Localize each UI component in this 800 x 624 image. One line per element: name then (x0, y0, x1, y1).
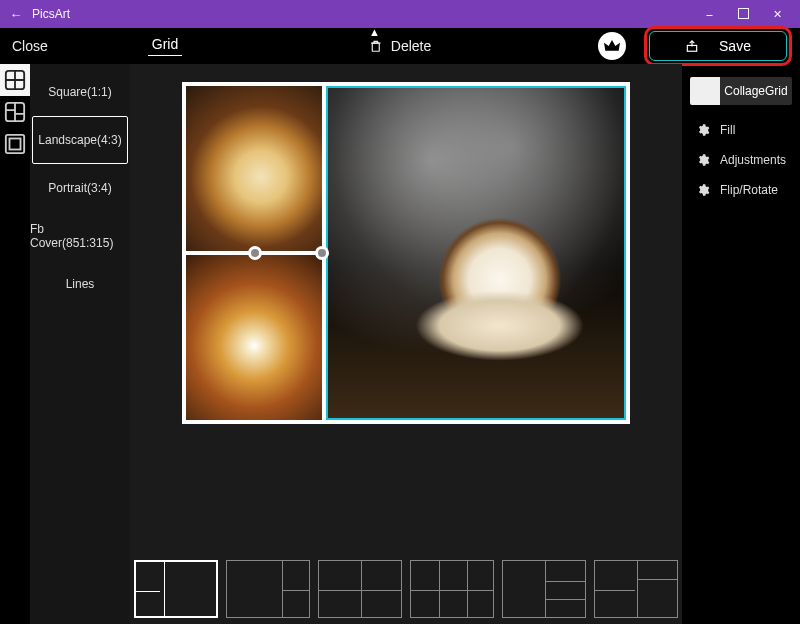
option-label: Flip/Rotate (720, 183, 778, 197)
svg-rect-0 (372, 43, 379, 51)
ratio-portrait[interactable]: Portrait(3:4) (30, 164, 130, 212)
rail-layout-grid[interactable] (0, 64, 30, 96)
back-icon[interactable]: ← (6, 7, 26, 22)
ratio-square[interactable]: Square(1:1) (30, 68, 130, 116)
layout-thumb-2[interactable] (226, 560, 310, 618)
save-highlight: Save (644, 26, 792, 66)
ratio-label: Lines (66, 277, 95, 291)
gear-icon (696, 183, 710, 197)
cursor-icon: ▲ (369, 26, 380, 38)
save-label: Save (719, 38, 751, 54)
ratio-lines[interactable]: Lines (30, 260, 130, 308)
ratio-list: Square(1:1) Landscape(4:3) Portrait(3:4)… (30, 64, 130, 624)
ratio-landscape[interactable]: Landscape(4:3) (32, 116, 128, 164)
divider-handle-vertical[interactable] (248, 246, 262, 260)
trash-icon (369, 38, 383, 54)
chip-swatch (690, 77, 720, 105)
layout-thumb-5[interactable] (502, 560, 586, 618)
layout-frame-icon (4, 133, 26, 155)
ratio-label: Fb Cover(851:315) (30, 222, 130, 250)
app-title: PicsArt (32, 7, 70, 21)
grid-tab[interactable]: Grid (148, 36, 182, 56)
chip-label: CollageGrid (720, 77, 792, 105)
delete-button[interactable]: Delete (369, 38, 431, 54)
ratio-label: Portrait(3:4) (48, 181, 111, 195)
maximize-button[interactable] (726, 8, 760, 21)
canvas-area (130, 64, 682, 624)
layout-2x2-icon (4, 69, 26, 91)
option-adjustments[interactable]: Adjustments (682, 145, 800, 175)
layout-mixed-icon (4, 101, 26, 123)
minimize-button[interactable]: ‒ (692, 8, 726, 21)
option-flip-rotate[interactable]: Flip/Rotate (682, 175, 800, 205)
close-window-button[interactable]: ✕ (760, 8, 794, 21)
right-panel: CollageGrid Fill Adjustments Flip/Rotate (682, 64, 800, 624)
close-button[interactable]: Close (12, 38, 48, 54)
collage-cell-top-left[interactable] (186, 86, 322, 251)
rail-layout-mixed[interactable] (0, 96, 30, 128)
layout-thumb-3[interactable] (318, 560, 402, 618)
ratio-label: Square(1:1) (48, 85, 111, 99)
gear-icon (696, 123, 710, 137)
divider-handle-horizontal[interactable] (315, 246, 329, 260)
titlebar: ← PicsArt ‒ ✕ (0, 0, 800, 28)
option-label: Fill (720, 123, 735, 137)
delete-label: Delete (391, 38, 431, 54)
layout-thumb-1[interactable] (134, 560, 218, 618)
layout-strip[interactable] (130, 558, 682, 624)
toolbar: Close Grid Delete ▲ Save (0, 28, 800, 64)
svg-rect-5 (10, 139, 21, 150)
collage-frame[interactable] (182, 82, 630, 424)
collage-cell-bottom-left[interactable] (186, 255, 322, 420)
collage-cell-right-selected[interactable] (326, 86, 626, 420)
premium-crown-icon[interactable] (598, 32, 626, 60)
layout-thumb-4[interactable] (410, 560, 494, 618)
option-label: Adjustments (720, 153, 786, 167)
collage-grid-chip[interactable]: CollageGrid (690, 77, 792, 105)
gear-icon (696, 153, 710, 167)
rail-layout-frame[interactable] (0, 128, 30, 160)
ratio-fbcover[interactable]: Fb Cover(851:315) (30, 212, 130, 260)
option-fill[interactable]: Fill (682, 115, 800, 145)
ratio-label: Landscape(4:3) (38, 133, 121, 147)
left-rail (0, 64, 30, 624)
layout-thumb-6[interactable] (594, 560, 678, 618)
save-button[interactable]: Save (649, 31, 787, 61)
export-icon (685, 39, 699, 53)
